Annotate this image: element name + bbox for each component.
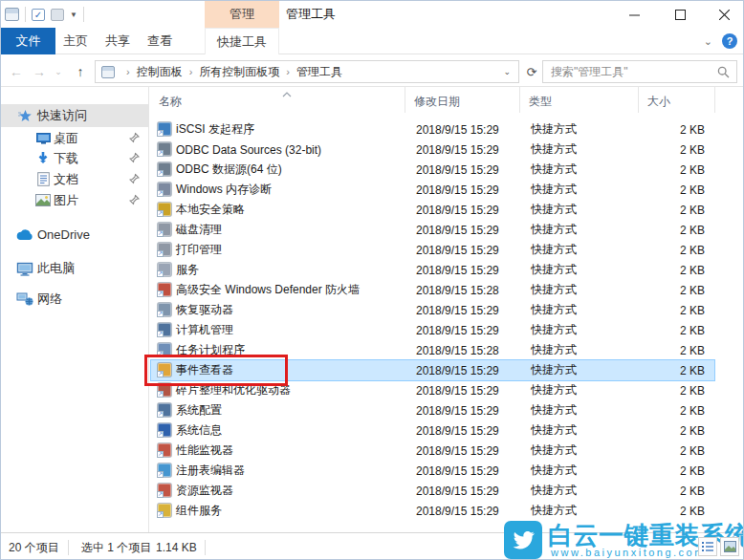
minimize-button[interactable] (613, 1, 655, 28)
component-services-icon: ↗ (158, 504, 171, 517)
odbc-64bit-icon: ↗ (158, 162, 171, 176)
file-row-component-services[interactable]: ↗组件服务2018/9/15 15:29快捷方式2 KB (151, 501, 714, 521)
file-name: 高级安全 Windows Defender 防火墙 (176, 282, 360, 298)
file-row-services[interactable]: ↗服务2018/9/15 15:29快捷方式2 KB (151, 260, 714, 280)
item-count: 20 个项目 (9, 533, 59, 560)
file-name: 资源监视器 (176, 483, 233, 499)
file-row-disk-cleanup[interactable]: ↗磁盘清理2018/9/15 15:29快捷方式2 KB (151, 220, 714, 240)
file-size: 2 KB (640, 505, 705, 518)
divider (83, 7, 84, 22)
history-dropdown-icon[interactable]: ⌄ (51, 55, 66, 87)
file-name: 性能监视器 (176, 442, 233, 459)
file-type: 快捷方式 (531, 202, 577, 218)
file-type: 快捷方式 (531, 302, 577, 318)
file-row-computer-management[interactable]: ↗计算机管理2018/9/15 15:29快捷方式2 KB (151, 320, 714, 340)
sidebar-item-onedrive[interactable]: OneDrive (1, 222, 149, 247)
breadcrumb-item[interactable]: 所有控制面板项 (199, 64, 279, 80)
sidebar-item-quick-access-star[interactable]: 快速访问 (1, 104, 149, 127)
file-date: 2018/9/15 15:29 (416, 123, 499, 137)
file-row-performance-monitor[interactable]: ↗性能监视器2018/9/15 15:29快捷方式2 KB (151, 441, 714, 461)
services-icon: ↗ (158, 263, 171, 276)
close-button[interactable] (703, 1, 744, 28)
column-header-date-modified[interactable]: 修改日期 (405, 87, 520, 113)
local-security-policy-icon: ↗ (158, 203, 171, 216)
file-name: 打印管理 (176, 242, 222, 258)
file-row-odbc-32bit[interactable]: ↗ODBC Data Sources (32-bit)2018/9/15 15:… (151, 140, 714, 160)
divider (68, 540, 69, 555)
file-name: 磁盘清理 (176, 222, 222, 238)
app-icon[interactable] (5, 8, 19, 21)
tab-view[interactable]: 查看 (139, 28, 181, 54)
address-dropdown-icon[interactable]: ⌄ (495, 67, 518, 76)
breadcrumb-item[interactable]: 管理工具 (296, 64, 342, 80)
sidebar-item-label: 文档 (54, 171, 78, 188)
breadcrumb-separator-icon: › (120, 66, 137, 77)
tab-home[interactable]: 主页 (55, 28, 97, 54)
file-type: 快捷方式 (531, 282, 577, 298)
file-row-firewall[interactable]: ↗高级安全 Windows Defender 防火墙2018/9/15 15:2… (151, 280, 714, 300)
tab-file[interactable]: 文件 (1, 28, 55, 54)
folder-icon[interactable] (51, 9, 64, 21)
file-type: 快捷方式 (531, 121, 577, 138)
file-date: 2018/9/15 15:29 (416, 304, 499, 317)
sidebar-item-documents[interactable]: 文档 (1, 169, 149, 189)
sidebar-item-network[interactable]: 网络 (1, 287, 149, 312)
sidebar-item-this-pc[interactable]: 此电脑 (1, 256, 149, 281)
recovery-drive-icon: ↗ (158, 303, 171, 316)
column-header-size[interactable]: 大小 (639, 87, 715, 113)
location-icon (101, 66, 115, 78)
file-date: 2018/9/15 15:29 (416, 163, 499, 177)
file-name: 系统配置 (176, 402, 222, 419)
file-name: Windows 内存诊断 (176, 182, 272, 198)
sidebar-item-downloads[interactable]: 下载 (1, 148, 149, 168)
properties-check-icon[interactable]: ✓ (32, 9, 45, 21)
column-header-name[interactable]: 名称 (150, 87, 405, 113)
details-view-button[interactable] (698, 537, 717, 556)
file-name: 系统信息 (176, 422, 222, 439)
breadcrumb-item[interactable]: 控制面板 (137, 64, 183, 80)
file-size: 2 KB (640, 344, 705, 357)
desktop-icon (33, 132, 54, 145)
file-row-odbc-64bit[interactable]: ↗ODBC 数据源(64 位)2018/9/15 15:29快捷方式2 KB (151, 160, 714, 180)
back-icon[interactable]: ← (5, 55, 28, 87)
file-date: 2018/9/15 15:29 (416, 404, 499, 418)
qat-dropdown-icon[interactable]: ▼ (70, 11, 77, 19)
tab-shortcut-tools[interactable]: 快捷工具 (205, 28, 279, 54)
file-row-print-management[interactable]: ↗打印管理2018/9/15 15:29快捷方式2 KB (151, 240, 714, 260)
file-row-system-information[interactable]: ↗系统信息2018/9/15 15:29快捷方式2 KB (151, 420, 714, 441)
file-row-resource-monitor[interactable]: ↗资源监视器2018/9/15 15:29快捷方式2 KB (151, 481, 714, 501)
file-row-iscsi-initiator[interactable]: ↗iSCSI 发起程序2018/9/15 15:29快捷方式2 KB (151, 119, 714, 140)
file-row-memory-diagnostic[interactable]: ↗Windows 内存诊断2018/9/15 15:29快捷方式2 KB (151, 180, 714, 200)
up-icon[interactable]: ↑ (70, 55, 91, 87)
sidebar-item-label: OneDrive (37, 227, 90, 242)
collapse-ribbon-icon[interactable]: ⌄ (704, 35, 712, 48)
sidebar-item-pictures[interactable]: 图片 (1, 190, 149, 210)
refresh-icon[interactable]: ⟳ (522, 60, 541, 83)
tab-share[interactable]: 共享 (97, 28, 139, 54)
help-icon[interactable]: ? (722, 33, 737, 49)
file-type: 快捷方式 (531, 503, 577, 519)
file-name: 计算机管理 (176, 322, 233, 338)
column-header-type[interactable]: 类型 (520, 87, 639, 113)
network-icon (12, 292, 37, 306)
forward-icon[interactable]: → (28, 55, 51, 87)
breadcrumb: ›控制面板›所有控制面板项›管理工具 (120, 64, 495, 80)
file-row-recovery-drive[interactable]: ↗恢复驱动器2018/9/15 15:29快捷方式2 KB (151, 300, 714, 320)
maximize-button[interactable] (659, 1, 701, 28)
search-box (542, 60, 737, 83)
file-size: 2 KB (640, 404, 705, 418)
file-row-system-configuration[interactable]: ↗系统配置2018/9/15 15:29快捷方式2 KB (151, 400, 714, 420)
file-date: 2018/9/15 15:29 (416, 444, 499, 458)
this-pc-icon (12, 262, 37, 276)
file-date: 2018/9/15 15:29 (416, 485, 499, 498)
large-icons-view-button[interactable] (720, 537, 739, 556)
search-input[interactable] (551, 62, 710, 81)
sidebar-item-desktop[interactable]: 桌面 (1, 128, 149, 148)
file-type: 快捷方式 (531, 162, 577, 178)
file-row-local-security-policy[interactable]: ↗本地安全策略2018/9/15 15:29快捷方式2 KB (151, 200, 714, 220)
search-icon[interactable] (717, 65, 730, 82)
file-row-registry-editor[interactable]: ↗注册表编辑器2018/9/15 15:29快捷方式2 KB (151, 461, 714, 481)
contextual-tab-group-label: 管理 (205, 1, 279, 28)
address-bar[interactable]: ›控制面板›所有控制面板项›管理工具 ⌄ (95, 60, 519, 83)
window-title: 管理工具 (286, 1, 336, 28)
